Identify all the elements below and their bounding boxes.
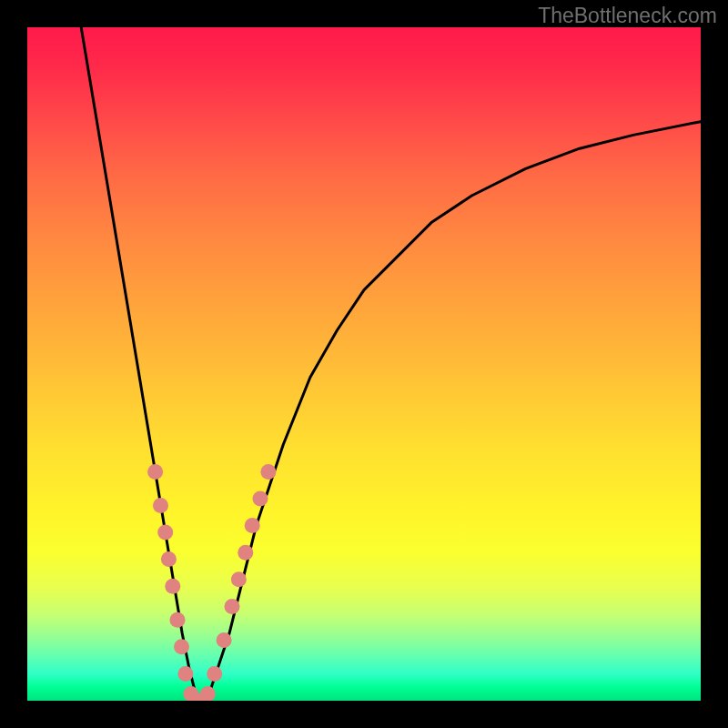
chart-frame: TheBottleneck.com bbox=[0, 0, 728, 728]
highlight-dot bbox=[157, 525, 173, 541]
highlight-dot bbox=[183, 686, 198, 701]
highlight-dot bbox=[260, 464, 276, 480]
highlight-dot bbox=[165, 579, 180, 594]
highlight-dot bbox=[174, 639, 189, 654]
highlight-dot bbox=[231, 571, 247, 587]
highlight-dot bbox=[177, 666, 193, 682]
highlight-dot bbox=[238, 545, 253, 561]
highlight-dot bbox=[225, 599, 240, 614]
highlight-dot bbox=[191, 693, 207, 702]
highlight-dot bbox=[147, 464, 163, 480]
plot-area bbox=[27, 27, 701, 701]
highlight-dot bbox=[200, 686, 216, 701]
highlight-dot bbox=[153, 498, 168, 513]
highlight-dot bbox=[207, 666, 222, 682]
highlight-dot bbox=[253, 491, 268, 507]
highlight-dot bbox=[170, 612, 186, 628]
highlight-dot bbox=[217, 632, 232, 648]
watermark-text: TheBottleneck.com bbox=[538, 4, 717, 28]
curve-layer bbox=[27, 27, 701, 701]
highlight-dot bbox=[245, 518, 260, 533]
highlight-dot bbox=[161, 551, 177, 567]
bottleneck-curve bbox=[81, 27, 701, 701]
